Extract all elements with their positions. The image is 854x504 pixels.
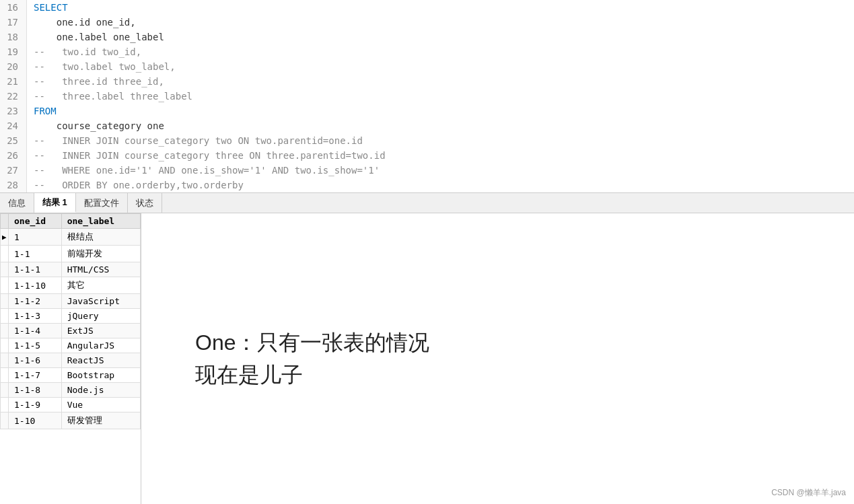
code-line: 16SELECT	[0, 0, 854, 15]
cell-one-id: 1-1-4	[9, 324, 62, 338]
code-area: 16SELECT17 one.id one_id,18 one.label on…	[0, 0, 854, 193]
code-line: 19-- two.id two_id,	[0, 44, 854, 59]
table-row: ▶1根结点	[1, 229, 141, 246]
cell-one-id: 1-1-8	[9, 383, 62, 398]
cell-one-id: 1-1	[9, 246, 62, 262]
line-content: SELECT	[27, 0, 854, 15]
cell-one-label: AngularJS	[61, 338, 140, 353]
cell-one-id: 1-1-1	[9, 262, 62, 277]
cell-one-label: ExtJS	[61, 324, 140, 338]
table-row: 1-1-10其它	[1, 277, 141, 294]
line-content: -- three.id three_id,	[27, 74, 854, 89]
table-row: 1-1-2JavaScript	[1, 294, 141, 309]
tab-状态[interactable]: 状态	[128, 193, 162, 213]
line-content: one.label one_label	[27, 30, 854, 44]
code-line: 26-- INNER JOIN course_category three ON…	[0, 148, 854, 163]
cell-one-id: 1-1-3	[9, 309, 62, 324]
code-line: 25-- INNER JOIN course_category two ON t…	[0, 133, 854, 148]
line-number: 18	[0, 30, 27, 44]
tab-信息[interactable]: 信息	[0, 193, 34, 213]
line-number: 16	[0, 0, 27, 15]
annotation-line1: One：只有一张表的情况	[195, 326, 429, 359]
line-content: -- two.id two_id,	[27, 44, 854, 59]
table-row: 1-1-4ExtJS	[1, 324, 141, 338]
line-content: -- ORDER BY one.orderby,two.orderby	[27, 178, 854, 192]
line-number: 28	[0, 178, 27, 192]
code-line: 17 one.id one_id,	[0, 15, 854, 30]
result-table-container: one_idone_label ▶1根结点1-1前端开发1-1-1HTML/CS…	[0, 213, 141, 504]
annotation-text: One：只有一张表的情况 现在是儿子	[195, 326, 429, 391]
watermark: CSDN @懒羊羊.java	[771, 487, 846, 499]
code-line: 21-- three.id three_id,	[0, 74, 854, 89]
annotation-area: One：只有一张表的情况 现在是儿子 CSDN @懒羊羊.java	[141, 213, 854, 504]
table-row: 1-1-8Node.js	[1, 383, 141, 398]
code-line: 23FROM	[0, 104, 854, 118]
tab-结果 1[interactable]: 结果 1	[34, 193, 76, 213]
table-row: 1-1-3jQuery	[1, 309, 141, 324]
cell-one-label: 前端开发	[61, 246, 140, 262]
cell-one-label: HTML/CSS	[61, 262, 140, 277]
cell-one-id: 1-1-9	[9, 398, 62, 412]
line-number: 22	[0, 89, 27, 104]
cell-one-id: 1-1-10	[9, 277, 62, 294]
line-content: course_category one	[27, 118, 854, 133]
cell-one-label: 研发管理	[61, 412, 140, 429]
table-column-header: one_label	[61, 214, 140, 229]
line-number: 19	[0, 44, 27, 59]
code-lines: 16SELECT17 one.id one_id,18 one.label on…	[0, 0, 854, 192]
cell-one-label: Node.js	[61, 383, 140, 398]
code-line: 22-- three.label three_label	[0, 89, 854, 104]
code-line: 24 course_category one	[0, 118, 854, 133]
line-content: -- three.label three_label	[27, 89, 854, 104]
table-row: 1-1-7Bootstrap	[1, 368, 141, 383]
table-row: 1-1-1HTML/CSS	[1, 262, 141, 277]
table-header-row: one_idone_label	[1, 214, 141, 229]
tab-配置文件[interactable]: 配置文件	[76, 193, 128, 213]
table-row: 1-1-6ReactJS	[1, 353, 141, 368]
result-table: one_idone_label ▶1根结点1-1前端开发1-1-1HTML/CS…	[0, 213, 141, 429]
cell-one-id: 1-1-2	[9, 294, 62, 309]
line-number: 25	[0, 133, 27, 148]
cell-one-id: 1-1-5	[9, 338, 62, 353]
line-number: 27	[0, 163, 27, 178]
cell-one-label: jQuery	[61, 309, 140, 324]
table-row: 1-1-9Vue	[1, 398, 141, 412]
line-content: -- INNER JOIN course_category three ON t…	[27, 148, 854, 163]
code-line: 28-- ORDER BY one.orderby,two.orderby	[0, 178, 854, 192]
line-number: 20	[0, 59, 27, 74]
code-line: 18 one.label one_label	[0, 30, 854, 44]
cell-one-id: 1-1-6	[9, 353, 62, 368]
table-row: 1-10研发管理	[1, 412, 141, 429]
line-content: one.id one_id,	[27, 15, 854, 30]
code-line: 27-- WHERE one.id='1' AND one.is_show='1…	[0, 163, 854, 178]
cell-one-id: 1-10	[9, 412, 62, 429]
code-line: 20-- two.label two_label,	[0, 59, 854, 74]
table-column-header: one_id	[9, 214, 62, 229]
cell-one-label: 其它	[61, 277, 140, 294]
cell-one-label: Bootstrap	[61, 368, 140, 383]
cell-one-label: ReactJS	[61, 353, 140, 368]
cell-one-label: 根结点	[61, 229, 140, 246]
line-number: 21	[0, 74, 27, 89]
line-number: 26	[0, 148, 27, 163]
line-content: -- two.label two_label,	[27, 59, 854, 74]
line-content: -- WHERE one.id='1' AND one.is_show='1' …	[27, 163, 854, 178]
tabs-bar: 信息结果 1配置文件状态	[0, 193, 854, 213]
line-number: 24	[0, 118, 27, 133]
cell-one-label: Vue	[61, 398, 140, 412]
cell-one-label: JavaScript	[61, 294, 140, 309]
line-content: -- INNER JOIN course_category two ON two…	[27, 133, 854, 148]
line-number: 17	[0, 15, 27, 30]
table-row: 1-1前端开发	[1, 246, 141, 262]
line-content: FROM	[27, 104, 854, 118]
cell-one-id: 1	[9, 229, 62, 246]
annotation-line2: 现在是儿子	[195, 359, 429, 391]
table-row: 1-1-5AngularJS	[1, 338, 141, 353]
cell-one-id: 1-1-7	[9, 368, 62, 383]
line-number: 23	[0, 104, 27, 118]
result-area: one_idone_label ▶1根结点1-1前端开发1-1-1HTML/CS…	[0, 213, 854, 504]
